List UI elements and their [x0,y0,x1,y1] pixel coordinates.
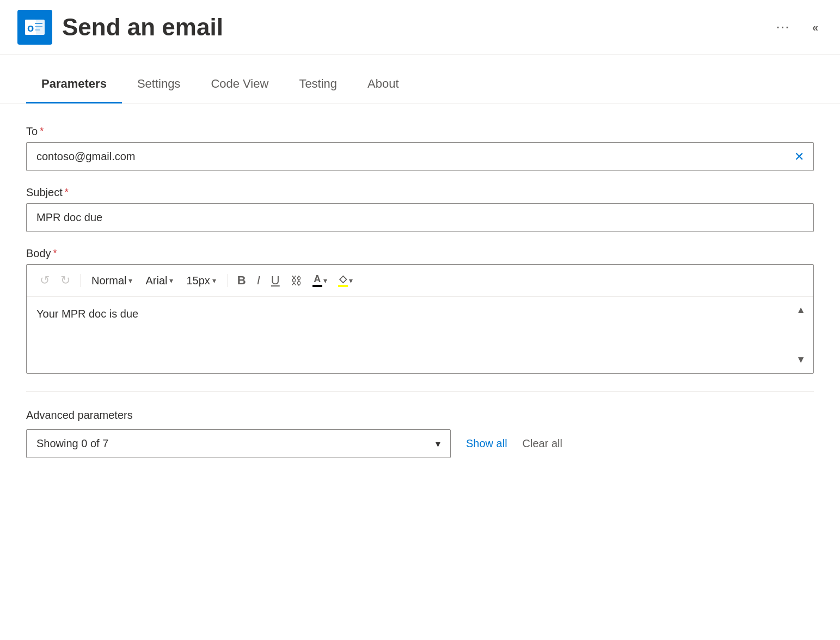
scroll-down-button[interactable]: ▼ [796,354,806,365]
toolbar-divider-2 [227,274,228,287]
body-required-star: * [53,248,57,259]
body-editor: ↺ ↻ Normal ▾ Arial ▾ 15px ▾ [26,264,814,374]
header-left: o Send an email [17,10,223,45]
to-input[interactable] [26,142,814,171]
redo-button[interactable]: ↻ [56,270,75,291]
subject-field-group: Subject * [26,186,814,232]
advanced-parameters-section: Advanced parameters Showing 0 of 7 ▾ Sho… [26,409,814,458]
tabs-container: Parameters Settings Code View Testing Ab… [0,55,840,103]
font-chevron-icon: ▾ [169,276,173,285]
clear-all-button[interactable]: Clear all [523,437,562,450]
body-label: Body * [26,247,814,260]
to-label: To * [26,125,814,138]
link-button[interactable]: ⛓ [286,271,306,290]
highlight-chevron-icon: ▾ [349,276,353,285]
tab-testing[interactable]: Testing [284,68,352,103]
advanced-dropdown[interactable]: Showing 0 of 7 ▾ [26,429,451,458]
scroll-up-button[interactable]: ▲ [796,304,806,316]
svg-text:o: o [27,22,34,34]
header-actions: ··· « [772,18,823,37]
style-chevron-icon: ▾ [128,276,132,285]
to-clear-button[interactable]: ✕ [792,148,806,166]
advanced-controls: Showing 0 of 7 ▾ Show all Clear all [26,429,814,458]
toolbar-divider-1 [80,274,81,287]
italic-button[interactable]: I [253,270,265,291]
tab-settings[interactable]: Settings [122,68,196,103]
tab-parameters[interactable]: Parameters [26,68,122,103]
collapse-button[interactable]: « [808,18,823,37]
section-separator [26,391,814,392]
to-field-group: To * ✕ [26,125,814,171]
svg-rect-3 [35,23,42,24]
body-toolbar: ↺ ↻ Normal ▾ Arial ▾ 15px ▾ [27,265,813,297]
content-area: To * ✕ Subject * Body * ↺ [0,103,840,480]
tab-code-view[interactable]: Code View [195,68,284,103]
svg-rect-4 [35,26,42,27]
header: o Send an email ··· « [0,0,840,55]
app-icon: o [17,10,52,45]
page-title: Send an email [62,14,223,41]
to-required-star: * [40,126,44,137]
advanced-parameters-title: Advanced parameters [26,409,814,422]
more-options-button[interactable]: ··· [772,18,795,37]
undo-button[interactable]: ↺ [35,270,54,291]
underline-button[interactable]: U [267,270,284,291]
advanced-dropdown-chevron-icon: ▾ [436,438,440,450]
size-dropdown[interactable]: 15px ▾ [181,271,221,290]
bold-button[interactable]: B [233,270,250,291]
body-content-area[interactable]: Your MPR doc is due ▲ ▼ [27,297,813,373]
subject-required-star: * [65,187,69,198]
body-field-group: Body * ↺ ↻ Normal ▾ Arial ▾ [26,247,814,374]
size-chevron-icon: ▾ [212,276,216,285]
to-input-wrapper: ✕ [26,142,814,171]
subject-label: Subject * [26,186,814,199]
svg-rect-5 [35,29,40,31]
highlight-button[interactable]: ◇ ▾ [334,271,357,290]
font-color-chevron-icon: ▾ [323,276,327,285]
font-color-button[interactable]: A ▾ [308,271,332,290]
show-all-button[interactable]: Show all [466,437,507,450]
font-dropdown[interactable]: Arial ▾ [140,271,179,290]
style-dropdown[interactable]: Normal ▾ [86,271,138,290]
tab-about[interactable]: About [352,68,414,103]
subject-input[interactable] [26,203,814,232]
